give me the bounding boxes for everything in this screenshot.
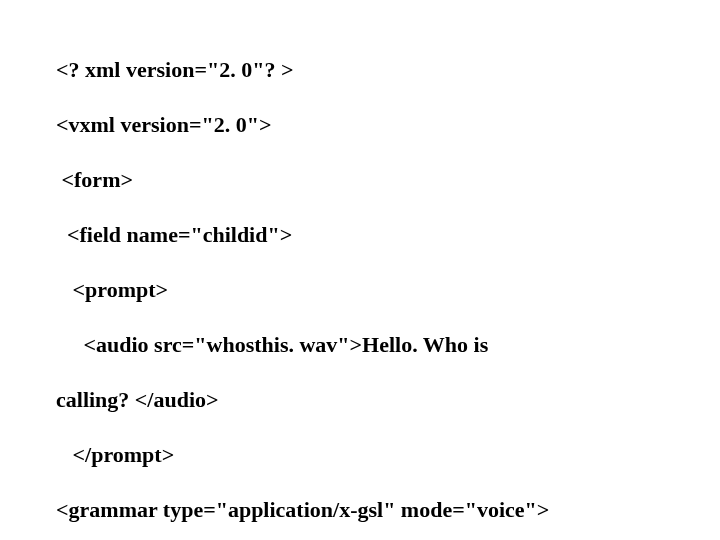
- code-line: <grammar type="application/x-gsl" mode="…: [56, 496, 712, 524]
- code-line: calling? </audio>: [56, 386, 712, 414]
- code-line: </prompt>: [56, 441, 712, 469]
- code-block: <? xml version="2. 0"? > <vxml version="…: [0, 0, 720, 540]
- code-line: <prompt>: [56, 276, 712, 304]
- code-line: <audio src="whosthis. wav">Hello. Who is: [56, 331, 712, 359]
- code-line: <vxml version="2. 0">: [56, 111, 712, 139]
- code-line: <field name="childid">: [56, 221, 712, 249]
- code-line: <form>: [56, 166, 712, 194]
- code-line: <? xml version="2. 0"? >: [56, 56, 712, 84]
